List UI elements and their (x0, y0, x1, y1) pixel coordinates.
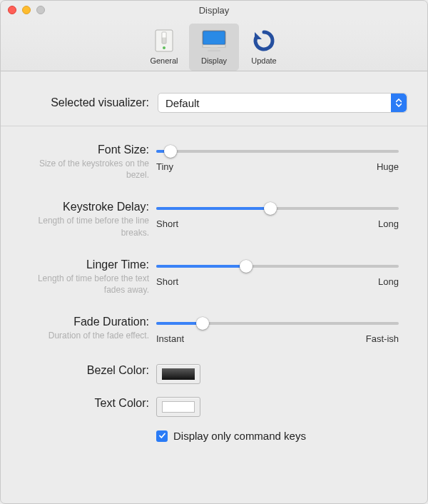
svg-rect-2 (163, 33, 166, 38)
linger-time-label: Linger Time: (18, 258, 149, 271)
tab-update[interactable]: Update (239, 24, 289, 71)
linger-time-row: Linger Time: Length of time before the t… (18, 258, 399, 296)
window-controls (8, 6, 45, 14)
tab-general[interactable]: General (139, 24, 189, 71)
toolbar: General Display Update (1, 19, 427, 71)
text-color-well[interactable] (156, 397, 200, 417)
titlebar: Display (1, 1, 427, 19)
prefs-window: Display General (0, 0, 428, 504)
window-title: Display (1, 5, 427, 16)
slider-min-label: Tiny (156, 161, 173, 172)
font-size-slider[interactable] (156, 143, 399, 159)
prefs-body: Font Size: Size of the keystrokes on the… (1, 126, 427, 469)
bezel-color-label: Bezel Color: (18, 364, 149, 377)
bezel-color-swatch (162, 368, 195, 380)
update-icon (240, 28, 287, 54)
slider-min-label: Short (156, 218, 178, 229)
slider-max-label: Long (378, 276, 399, 287)
fade-duration-row: Fade Duration: Duration of the fade effe… (18, 316, 399, 344)
svg-rect-5 (204, 32, 225, 44)
svg-point-3 (163, 46, 165, 49)
zoom-window-button-disabled (36, 6, 45, 14)
svg-rect-8 (208, 50, 220, 51)
slider-min-label: Instant (156, 333, 184, 344)
bezel-color-row: Bezel Color: (18, 364, 399, 384)
tab-label: Display (190, 56, 238, 65)
font-size-hint: Size of the keystrokes on the bezel. (18, 158, 149, 181)
display-only-command-keys-checkbox[interactable] (156, 430, 168, 442)
visualizer-value: Default (165, 97, 200, 109)
tab-display[interactable]: Display (189, 24, 239, 71)
display-icon (190, 28, 238, 54)
visualizer-select[interactable]: Default (158, 93, 407, 113)
switch-icon (141, 28, 188, 54)
svg-rect-7 (210, 47, 218, 50)
slider-min-label: Short (156, 276, 178, 287)
fade-duration-slider[interactable] (156, 316, 399, 331)
command-keys-row: Display only command keys (18, 430, 399, 442)
close-window-button[interactable] (8, 6, 16, 14)
linger-time-hint: Length of time before the text fades awa… (18, 273, 149, 296)
slider-max-label: Long (378, 218, 399, 229)
text-color-row: Text Color: (18, 397, 399, 417)
text-color-label: Text Color: (18, 397, 149, 410)
display-only-command-keys-label: Display only command keys (173, 430, 306, 442)
keystroke-delay-hint: Length of time before the line breaks. (18, 215, 149, 238)
slider-max-label: Huge (377, 161, 399, 172)
keystroke-delay-label: Keystroke Delay: (18, 201, 149, 213)
visualizer-row: Selected visualizer: Default (1, 71, 427, 126)
visualizer-label: Selected visualizer: (21, 96, 149, 109)
tab-label: General (141, 56, 188, 65)
font-size-row: Font Size: Size of the keystrokes on the… (18, 143, 399, 181)
fade-duration-label: Fade Duration: (18, 316, 149, 328)
keystroke-delay-slider[interactable] (156, 201, 399, 216)
tab-label: Update (240, 56, 287, 65)
bezel-color-well[interactable] (156, 364, 200, 384)
linger-time-slider[interactable] (156, 258, 399, 274)
chevron-up-down-icon (391, 94, 407, 112)
keystroke-delay-row: Keystroke Delay: Length of time before t… (18, 201, 399, 238)
text-color-swatch (162, 401, 195, 413)
font-size-label: Font Size: (18, 143, 149, 156)
svg-rect-6 (203, 45, 225, 47)
fade-duration-hint: Duration of the fade effect. (18, 330, 149, 341)
minimize-window-button[interactable] (22, 6, 31, 14)
slider-max-label: Fast-ish (366, 333, 399, 344)
